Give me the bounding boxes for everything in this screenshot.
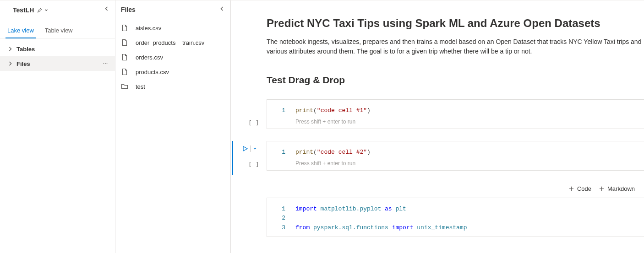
tree-node-tables[interactable]: Tables: [0, 42, 115, 56]
notebook-area: Predict NYC Taxi Tips using Spark ML and…: [231, 0, 644, 253]
pin-icon[interactable]: [37, 7, 42, 13]
line-number: 3: [274, 223, 285, 233]
insert-cell-bar: CodeMarkdown: [267, 183, 644, 198]
sidebar-collapse[interactable]: [102, 4, 111, 13]
tree-node-files[interactable]: Files: [0, 56, 115, 71]
code-cell[interactable]: [ ]1print("code cell #1")Press shift + e…: [267, 99, 644, 129]
lakehouse-sidebar: TestLH Lake view Table view Tables Files: [0, 0, 115, 253]
code-cell[interactable]: 1import matplotlib.pyplot as plt23from p…: [267, 198, 644, 237]
line-number: 1: [274, 148, 285, 157]
file-name: test: [136, 83, 145, 90]
plus-icon: [568, 186, 574, 192]
code-editor[interactable]: 1print("code cell #1")Press shift + ente…: [267, 99, 644, 129]
line-number: 1: [274, 106, 285, 116]
files-collapse[interactable]: [218, 4, 227, 13]
insert-code-label: Code: [577, 185, 591, 192]
line-number: 2: [274, 214, 285, 223]
code-text: import matplotlib.pyplot as plt: [295, 205, 406, 214]
file-name: orders.csv: [136, 54, 163, 61]
run-cell-button[interactable]: [242, 145, 248, 152]
more-icon[interactable]: [101, 59, 109, 68]
files-panel: Files aisles.csvorder_products__train.cs…: [115, 0, 231, 253]
explorer-tree: Tables Files: [0, 39, 115, 74]
insert-markdown-label: Markdown: [607, 185, 635, 192]
code-text: print("code cell #2"): [295, 148, 371, 157]
notebook-heading: Predict NYC Taxi Tips using Spark ML and…: [267, 17, 644, 30]
file-row[interactable]: products.csv: [115, 65, 230, 79]
code-editor[interactable]: 1import matplotlib.pyplot as plt23from p…: [267, 198, 644, 237]
file-row[interactable]: test: [115, 79, 230, 94]
code-editor[interactable]: 1print("code cell #2")Press shift + ente…: [267, 141, 644, 171]
tree-node-label: Files: [16, 60, 30, 67]
run-hint: Press shift + enter to run: [295, 118, 637, 125]
sidebar-header: TestLH: [0, 0, 115, 19]
file-icon: [121, 68, 128, 75]
insert-code-button[interactable]: Code: [568, 185, 591, 192]
tab-lake-view[interactable]: Lake view: [5, 22, 36, 38]
file-icon: [121, 54, 128, 61]
notebook-subheading: Test Drag & Drop: [267, 75, 644, 86]
file-row[interactable]: orders.csv: [115, 50, 230, 65]
svg-point-2: [107, 63, 108, 64]
file-row[interactable]: order_products__train.csv: [115, 35, 230, 50]
svg-point-0: [104, 63, 104, 64]
lakehouse-dropdown[interactable]: [44, 8, 49, 12]
tab-table-view[interactable]: Table view: [43, 22, 75, 38]
file-icon: [121, 39, 128, 46]
notebook-intro: The notebook ingests, visualizes, prepar…: [267, 37, 644, 56]
run-options-dropdown[interactable]: [252, 146, 257, 151]
file-name: order_products__train.csv: [136, 39, 204, 46]
folder-icon: [121, 83, 128, 90]
insert-markdown-button[interactable]: Markdown: [599, 185, 635, 192]
execution-count: [ ]: [248, 161, 259, 168]
plus-icon: [599, 186, 605, 192]
files-panel-title: Files: [121, 6, 136, 13]
lakehouse-title: TestLH: [13, 6, 34, 14]
code-cell[interactable]: [ ]1print("code cell #2")Press shift + e…: [267, 141, 644, 171]
chevron-right-icon: [7, 61, 15, 66]
code-text: from pyspark.sql.functions import unix_t…: [295, 223, 467, 233]
file-name: aisles.csv: [136, 25, 161, 32]
tree-node-label: Tables: [16, 46, 35, 53]
svg-point-1: [105, 63, 106, 64]
view-tabs: Lake view Table view: [0, 22, 115, 39]
line-number: 1: [274, 205, 285, 214]
run-hint: Press shift + enter to run: [295, 160, 637, 167]
file-name: products.csv: [136, 69, 169, 75]
file-row[interactable]: aisles.csv: [115, 21, 230, 35]
files-list: aisles.csvorder_products__train.csvorder…: [115, 19, 230, 96]
execution-count: [ ]: [248, 119, 259, 126]
code-text: print("code cell #1"): [295, 106, 371, 116]
file-icon: [121, 24, 128, 32]
chevron-right-icon: [7, 46, 15, 52]
